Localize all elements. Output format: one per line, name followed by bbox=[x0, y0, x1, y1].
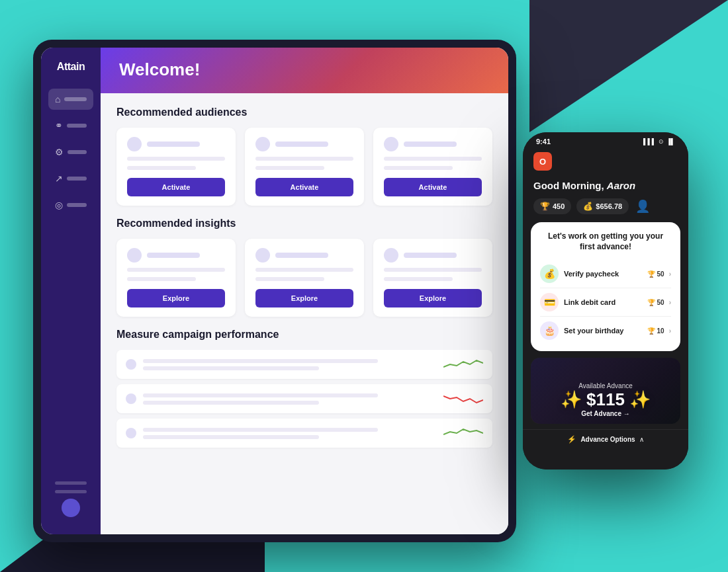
activate-button-2[interactable]: Activate bbox=[255, 178, 353, 196]
insight-avatar-3 bbox=[384, 248, 398, 263]
tablet-screen: Attain ⌂ ⚭ ⚙ ↗ ◎ bbox=[41, 48, 508, 534]
signal-icon: ▌▌▌ bbox=[643, 138, 656, 145]
trophy-2: 🏆 bbox=[647, 299, 655, 306]
perf-chart-1 bbox=[443, 356, 483, 372]
audience-card-2: Activate bbox=[245, 128, 364, 206]
verify-paycheck-points: 🏆 50 › bbox=[647, 270, 671, 278]
link-points-value: 50 bbox=[657, 299, 664, 306]
phone-app-header: O bbox=[523, 148, 688, 177]
tablet-content-area: Recommended audiences Activate bbox=[101, 93, 508, 534]
card-line-5 bbox=[384, 157, 482, 161]
perf-chart-3 bbox=[443, 425, 483, 441]
phone-body: O Good Morning, Aaron 🏆 450 💰 $656.78 👤 … bbox=[523, 148, 688, 470]
insight-line-5 bbox=[384, 268, 482, 272]
greeting-static: Good Morning, bbox=[533, 180, 604, 191]
points-pill[interactable]: 🏆 450 bbox=[533, 198, 571, 214]
advance-label: Available Advance bbox=[540, 382, 671, 389]
insight-card-2: Explore bbox=[245, 239, 364, 317]
insight-line-2 bbox=[127, 277, 196, 281]
insights-section-title: Recommended insights bbox=[116, 218, 492, 229]
lightning-icon: ⚡ bbox=[567, 435, 576, 444]
home-icon: ⌂ bbox=[55, 94, 60, 104]
app-logo: O bbox=[533, 152, 552, 171]
audience-card-1: Activate bbox=[116, 128, 236, 206]
wifi-icon: ⊙ bbox=[659, 138, 664, 145]
data-icon: ◎ bbox=[55, 200, 63, 210]
perf-item-2 bbox=[116, 384, 492, 413]
sidebar-item-audiences[interactable]: ⚭ bbox=[48, 115, 93, 136]
settings-icon: ⚙ bbox=[55, 147, 64, 157]
insight-title-2 bbox=[275, 253, 328, 258]
phone-status-icons: ▌▌▌ ⊙ ▐▌ bbox=[643, 138, 675, 145]
user-profile-icon[interactable]: 👤 bbox=[635, 199, 650, 214]
link-card-label: Link debit card bbox=[564, 298, 642, 306]
sidebar-logo: Attain bbox=[57, 61, 85, 73]
money-icon: 💰 bbox=[583, 202, 593, 211]
explore-button-2[interactable]: Explore bbox=[255, 289, 353, 307]
audiences-icon: ⚭ bbox=[55, 120, 63, 131]
insight-card-3: Explore bbox=[373, 239, 492, 317]
perf-lines-2 bbox=[143, 393, 437, 405]
tablet-main-content: Welcome! Recommended audiences Activate bbox=[101, 48, 508, 534]
sidebar-label-bar bbox=[67, 124, 87, 128]
phone-greeting-area: Good Morning, Aaron bbox=[523, 177, 688, 198]
tablet-device: Attain ⌂ ⚭ ⚙ ↗ ◎ bbox=[33, 40, 516, 542]
sidebar-item-data[interactable]: ◎ bbox=[48, 194, 93, 216]
sidebar-avatar[interactable] bbox=[62, 499, 80, 517]
points-value: 450 bbox=[553, 202, 565, 210]
card-line-6 bbox=[384, 166, 453, 170]
bg-decoration-2 bbox=[529, 0, 728, 132]
sidebar-label-bar bbox=[67, 203, 87, 207]
explore-button-3[interactable]: Explore bbox=[384, 289, 482, 307]
audiences-section-title: Recommended audiences bbox=[116, 106, 492, 118]
task-verify-paycheck[interactable]: 💰 Verify paycheck 🏆 50 › bbox=[540, 260, 671, 288]
sparkle-left: ✨ bbox=[561, 389, 582, 409]
insights-cards-row: Explore Explore bbox=[116, 239, 492, 317]
sidebar-item-home[interactable]: ⌂ bbox=[48, 89, 93, 110]
sparkle-right: ✨ bbox=[629, 389, 651, 409]
link-card-icon: 💳 bbox=[540, 293, 559, 311]
phone-status-bar: 9:41 ▌▌▌ ⊙ ▐▌ bbox=[523, 132, 688, 148]
sidebar-item-settings[interactable]: ⚙ bbox=[48, 142, 93, 163]
insight-avatar-1 bbox=[127, 248, 142, 263]
advance-options-text: Advance Options bbox=[580, 436, 635, 443]
insight-title-3 bbox=[404, 253, 457, 258]
balance-pill[interactable]: 💰 $656.78 bbox=[576, 198, 629, 214]
task-set-birthday[interactable]: 🎂 Set your birthday 🏆 10 › bbox=[540, 317, 671, 345]
footer-chevron-icon: ∧ bbox=[639, 436, 644, 443]
advance-banner[interactable]: Available Advance ✨ $115 ✨ Get Advance → bbox=[531, 358, 680, 424]
perf-lines-3 bbox=[143, 428, 437, 439]
phone-footer[interactable]: ⚡ Advance Options ∧ bbox=[523, 429, 688, 449]
greeting-text: Good Morning, Aaron bbox=[533, 180, 635, 191]
birthday-points-value: 10 bbox=[657, 327, 664, 335]
activate-button-3[interactable]: Activate bbox=[384, 178, 482, 196]
perf-lines-1 bbox=[143, 359, 437, 370]
phone-time: 9:41 bbox=[536, 138, 551, 145]
insight-avatar-2 bbox=[255, 248, 270, 263]
card-top-1 bbox=[127, 137, 225, 151]
chevron-1: › bbox=[669, 270, 671, 278]
chevron-2: › bbox=[669, 299, 671, 306]
audience-card-3: Activate bbox=[373, 128, 492, 206]
perf-line-2a bbox=[143, 393, 378, 397]
perf-chart-2 bbox=[443, 391, 483, 407]
insight-line-4 bbox=[255, 277, 324, 281]
activate-button-1[interactable]: Activate bbox=[127, 178, 225, 196]
card-top-3 bbox=[384, 137, 482, 151]
explore-button-1[interactable]: Explore bbox=[127, 289, 225, 307]
perf-item-1 bbox=[116, 350, 492, 379]
analytics-icon: ↗ bbox=[55, 173, 63, 184]
task-link-debit-card[interactable]: 💳 Link debit card 🏆 50 › bbox=[540, 288, 671, 317]
sidebar-item-analytics[interactable]: ↗ bbox=[48, 168, 93, 189]
card-title-3 bbox=[404, 142, 457, 147]
perf-line-1a bbox=[143, 359, 378, 363]
battery-icon: ▐▌ bbox=[666, 138, 675, 145]
get-advance-link[interactable]: Get Advance → bbox=[540, 410, 671, 417]
card-top-2 bbox=[255, 137, 353, 151]
perf-item-3 bbox=[116, 419, 492, 448]
link-card-points: 🏆 50 › bbox=[647, 299, 671, 306]
perf-line-3b bbox=[143, 435, 319, 439]
sidebar-label-bar bbox=[67, 177, 87, 181]
page-title: Welcome! bbox=[119, 60, 490, 80]
sidebar-bottom bbox=[55, 481, 87, 521]
